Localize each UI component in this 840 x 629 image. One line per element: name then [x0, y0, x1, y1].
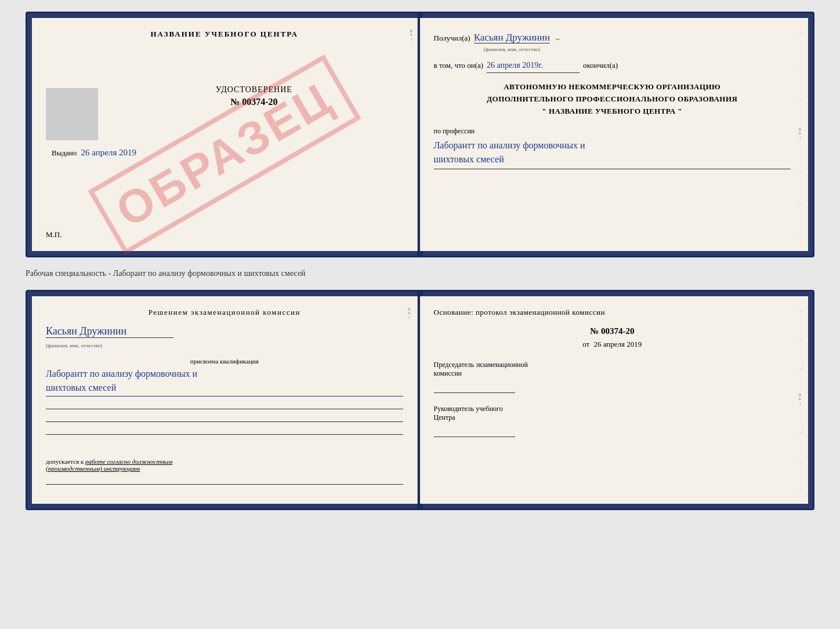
ot-date: 26 апреля 2019 — [593, 340, 642, 348]
predsedatel-sig-line — [434, 383, 515, 393]
predsedatel-label2: комиссии — [434, 369, 791, 378]
page-wrapper: НАЗВАНИЕ УЧЕБНОГО ЦЕНТРА УДОСТОВЕРЕНИЕ №… — [12, 12, 828, 510]
photo-placeholder — [46, 88, 98, 140]
right-content: Получил(а) Касьян Дружинин (фамилия, имя… — [434, 30, 791, 169]
prisvoena-label: присвоена квалификация — [46, 358, 403, 365]
kvali-line2: шихтовых смесей — [46, 381, 403, 397]
avtonom-block: АВТОНОМНУЮ НЕКОММЕРЧЕСКУЮ ОРГАНИЗАЦИЮ ДО… — [434, 81, 791, 117]
top-left-page: НАЗВАНИЕ УЧЕБНОГО ЦЕНТРА УДОСТОВЕРЕНИЕ №… — [32, 18, 418, 251]
vtom-label: в том, что он(а) — [434, 59, 484, 72]
bottom-left-page: Решением экзаменационной комиссии Касьян… — [32, 296, 418, 504]
line-row-2 — [46, 412, 403, 422]
deco-dash2: – — [799, 63, 802, 68]
mp-line: М.П. — [46, 230, 403, 239]
poluchil-name: Касьян Дружинин — [474, 32, 550, 43]
name-hint: (фамилия, имя, отчество) — [474, 45, 550, 54]
dopuskaetsya-label: допускается к — [46, 458, 84, 465]
bottom-right-page: Основание: протокол экзаменационной коми… — [420, 296, 809, 504]
deco-dash1: – — [799, 30, 802, 35]
deco-dash-r6: – — [799, 486, 802, 492]
deco-dash-r5: – — [799, 458, 802, 464]
professiya-line2: шихтовых смесей — [434, 152, 791, 169]
deco-text-right: и а ← — [798, 128, 803, 141]
predsedatel-label: Председатель экзаменационной — [434, 361, 791, 369]
kvali-line1: Лаборантт по анализу формовочных и — [46, 367, 403, 381]
vydano-line: Выдано 26 апреля 2019 — [52, 148, 403, 158]
deco-text-left2: и а ← — [407, 308, 412, 321]
predsedatel-block: Председатель экзаменационной комиссии — [434, 361, 791, 393]
vtom-line: в том, что он(а) 26 апреля 2019г. окончи… — [434, 59, 791, 73]
deco-dash-r3: – — [799, 365, 802, 371]
okonchil-label: окончил(а) — [583, 59, 618, 72]
rukovoditel-sig-line — [434, 427, 515, 437]
rukovoditel-label2: Центра — [434, 413, 791, 422]
ot-label: от — [582, 340, 589, 348]
top-certificate-book: НАЗВАНИЕ УЧЕБНОГО ЦЕНТРА УДОСТОВЕРЕНИЕ №… — [26, 12, 814, 257]
avtonom-line2: ДОПОЛНИТЕЛЬНОГО ПРОФЕССИОНАЛЬНОГО ОБРАЗО… — [434, 93, 791, 106]
deco-dash3: – — [799, 95, 802, 101]
udost-number: № 00374-20 — [52, 97, 403, 107]
top-right-page: Получил(а) Касьян Дружинин (фамилия, имя… — [420, 18, 809, 251]
dopuskaetsya-block: допускается к работе согласно должностны… — [46, 458, 403, 472]
deco-dash-r2: – — [799, 336, 802, 342]
separator-text: Рабочая специальность - Лаборант по анал… — [26, 268, 814, 279]
deco-dash4: – — [799, 168, 802, 174]
rukovoditel-block: Руководитель учебного Центра — [434, 405, 791, 437]
poluchil-label: Получил(а) — [434, 32, 470, 45]
protokol-number: № 00374-20 — [434, 326, 791, 336]
familiya-hint: (фамилия, имя, отчество) — [46, 343, 102, 348]
udost-title: УДОСТОВЕРЕНИЕ — [52, 85, 403, 94]
deco-dash-r4: – — [799, 429, 802, 435]
top-left-title: НАЗВАНИЕ УЧЕБНОГО ЦЕНТРА — [46, 30, 403, 39]
osnovanie-block: Основание: протокол экзаменационной коми… — [434, 308, 791, 437]
mp-label: М.П. — [46, 230, 61, 239]
poluchil-line: Получил(а) Касьян Дружинин (фамилия, имя… — [434, 30, 791, 54]
bottom-certificate-book: Решением экзаменационной комиссии Касьян… — [26, 290, 814, 510]
professii-block: по профессии Лаборантт по анализу формов… — [434, 125, 791, 169]
line-row-1 — [46, 399, 403, 409]
deco-text-right2: и а ← — [798, 394, 803, 406]
osnov-title: Основание: протокол экзаменационной коми… — [434, 308, 791, 317]
udost-block: УДОСТОВЕРЕНИЕ № 00374-20 — [52, 85, 403, 107]
dash1: – — [556, 32, 560, 45]
line-row-4 — [46, 474, 403, 485]
vydano-label: Выдано — [52, 148, 77, 157]
avtonom-line3: " НАЗВАНИЕ УЧЕБНОГО ЦЕНТРА " — [434, 106, 791, 118]
bottom-name: Касьян Дружинин — [46, 325, 173, 338]
protokol-date: от 26 апреля 2019 — [434, 340, 791, 349]
resheniem-title: Решением экзаменационной комиссии — [46, 308, 403, 317]
deco-dash5: – — [799, 201, 802, 206]
vtom-date: 26 апреля 2019г. — [487, 59, 580, 73]
dopusk-text2: (производственным) инструкциям — [46, 465, 140, 472]
po-professii-label: по профессии — [434, 125, 791, 137]
deco-text-left: и а ← — [409, 30, 415, 42]
deco-dash6: – — [799, 234, 802, 239]
avtonom-line1: АВТОНОМНУЮ НЕКОММЕРЧЕСКУЮ ОРГАНИЗАЦИЮ — [434, 81, 791, 93]
professiya-line1: Лаборантт по анализу формовочных и — [434, 139, 791, 152]
vydano-date: 26 апреля 2019 — [81, 148, 137, 157]
dopusk-text: работе согласно должностным — [85, 458, 172, 465]
line-row-3 — [46, 424, 403, 435]
rukovoditel-label: Руководитель учебного — [434, 405, 791, 413]
deco-dash-r1: – — [799, 308, 802, 314]
